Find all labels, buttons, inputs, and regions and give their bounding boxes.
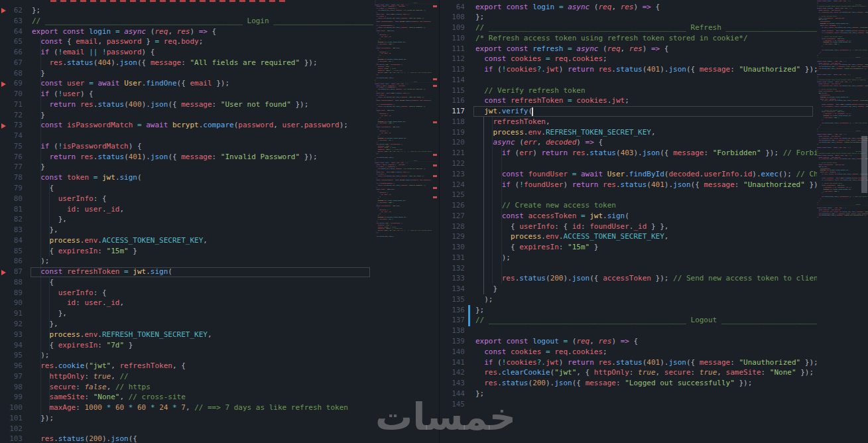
line-number[interactable]: 95 [0,350,23,361]
line-number[interactable]: 76 [0,152,23,162]
line-number[interactable]: 91 [0,308,23,319]
line-number[interactable]: 93 [0,330,23,340]
line-number[interactable]: 141 [440,357,465,368]
line-number[interactable]: 66 [0,47,23,58]
code-line[interactable]: 75 if (!isPasswordMatch) { [0,141,373,152]
line-number[interactable]: 89 [0,288,23,298]
line-number[interactable]: 116 [440,95,465,106]
code-line[interactable]: 94 { expiresIn: "7d" } [0,340,373,351]
line-number[interactable]: 109 [440,23,465,33]
line-number[interactable]: 119 [440,127,465,138]
left-minimap[interactable]: };// ___________________________________… [375,0,438,443]
code-line[interactable]: 126 // Create new access token [440,200,817,211]
line-number[interactable]: 81 [0,204,23,215]
line-number[interactable]: 103 [0,434,23,443]
line-number[interactable]: 97 [0,371,23,382]
code-line[interactable]: 119 process.env.REFRESH_TOKEN_SECRET_KEY… [440,127,817,138]
line-number[interactable]: 142 [440,367,465,378]
code-line[interactable]: 73 const isPasswordMatch = await bcrypt.… [0,120,373,131]
code-line[interactable]: 101 }); [0,413,373,424]
line-number[interactable]: 108 [440,12,465,23]
line-number[interactable]: 70 [0,89,23,99]
line-number[interactable]: 129 [440,231,465,242]
code-line[interactable]: 83 }, [0,225,373,235]
code-line[interactable]: 110/* Refresh access token using refresh… [440,33,817,44]
line-number[interactable]: 99 [0,392,23,403]
code-line[interactable]: 65 const { email, password } = req.body; [0,36,373,47]
line-number[interactable]: 125 [440,190,465,200]
line-number[interactable]: 114 [440,75,465,86]
code-line[interactable]: 74 [0,131,373,141]
line-number[interactable]: 65 [0,36,23,47]
line-number[interactable]: 101 [0,413,23,424]
code-line[interactable]: 115 // Verify refresh token [440,86,817,96]
line-number[interactable]: 75 [0,141,23,152]
line-number[interactable]: 64 [440,2,465,13]
code-line[interactable]: 98 secure: false, // https [0,382,373,393]
line-number[interactable]: 143 [440,378,465,389]
line-number[interactable]: 82 [0,214,23,225]
code-line[interactable]: 77 } [0,162,373,172]
code-line[interactable]: 109// __________________________________… [440,23,817,33]
line-number[interactable]: 100 [0,403,23,413]
code-line[interactable]: 134 } [440,284,817,294]
line-number[interactable]: 111 [440,44,465,54]
code-line[interactable]: 81 id: user._id, [0,204,373,215]
code-line[interactable]: 141 if (!cookies?.jwt) return res.status… [440,357,817,368]
line-number[interactable]: 85 [0,246,23,257]
line-number[interactable]: 131 [440,253,465,263]
code-line[interactable]: 96 res.cookie("jwt", refreshToken, { [0,361,373,371]
line-number[interactable]: 72 [0,110,23,121]
code-line[interactable]: 143 res.status(200).json({ message: "Log… [440,378,817,389]
line-number[interactable]: 117 [440,106,465,117]
code-line[interactable]: 137// __________________________________… [440,315,817,326]
code-line[interactable]: 71 return res.status(400).json({ message… [0,99,373,110]
code-line[interactable]: 86 ); [0,256,373,267]
code-line[interactable]: 99 sameSite: "None", // cross-site [0,392,373,403]
code-line[interactable]: 116 const refreshToken = cookies.jwt; [440,95,817,106]
code-line[interactable]: 82 }, [0,214,373,225]
code-line[interactable]: 72 } [0,110,373,121]
line-number[interactable]: 102 [0,424,23,434]
code-line[interactable]: 108}; [440,12,817,23]
code-line[interactable]: 111export const refresh = async (req, re… [440,44,817,54]
line-number[interactable]: 79 [0,183,23,194]
line-number[interactable]: 130 [440,242,465,253]
code-line[interactable]: 100 maxAge: 1000 * 60 * 60 * 24 * 7, // … [0,403,373,413]
code-line[interactable]: 79 { [0,183,373,194]
line-number[interactable]: 86 [0,256,23,267]
line-number[interactable]: 77 [0,162,23,172]
line-number[interactable]: 128 [440,222,465,232]
code-line[interactable]: 88 { [0,277,373,288]
code-line[interactable]: 76 return res.status(401).json({ message… [0,152,373,162]
code-line[interactable]: 129 process.env.ACCESS_TOKEN_SECRET_KEY, [440,231,817,242]
line-number[interactable]: 126 [440,200,465,211]
left-editor[interactable]: 62};63// _______________________________… [0,0,373,443]
code-line[interactable]: 130 { expiresIn: "15m" } [440,242,817,253]
line-number[interactable]: 96 [0,361,23,371]
line-number[interactable]: 121 [440,148,465,158]
line-number[interactable]: 63 [0,16,23,27]
code-line[interactable]: 139export const logout = (req, res) => { [440,336,817,347]
code-line[interactable]: 140 const cookies = req.cookies; [440,347,817,357]
line-number[interactable]: 78 [0,172,23,183]
line-number[interactable]: 135 [440,294,465,305]
code-line[interactable]: 121 if (err) return res.status(403).json… [440,148,817,158]
line-number[interactable]: 136 [440,305,465,316]
code-line[interactable]: 69 const user = await User.findOne({ ema… [0,78,373,89]
code-line[interactable]: 92 }, [0,319,373,330]
code-line[interactable]: 64export const login = async (req, res) … [440,2,817,13]
code-line[interactable]: 67 res.status(404).json({ message: "All … [0,58,373,68]
code-line[interactable]: 123 const foundUser = await User.findByI… [440,169,817,180]
line-number[interactable]: 92 [0,319,23,330]
line-number[interactable]: 132 [440,263,465,274]
line-number[interactable]: 94 [0,340,23,351]
code-line[interactable]: 95 ); [0,350,373,361]
code-line[interactable]: 112 const cookies = req.cookies; [440,54,817,64]
line-number[interactable]: 118 [440,117,465,127]
code-line[interactable]: 84 process.env.ACCESS_TOKEN_SECRET_KEY, [0,235,373,246]
code-line[interactable]: 133 res.status(200).json({ accessToken }… [440,273,817,284]
code-line[interactable]: 70 if (!user) { [0,89,373,99]
code-line[interactable]: 125 [440,190,817,200]
line-number[interactable]: 134 [440,284,465,294]
